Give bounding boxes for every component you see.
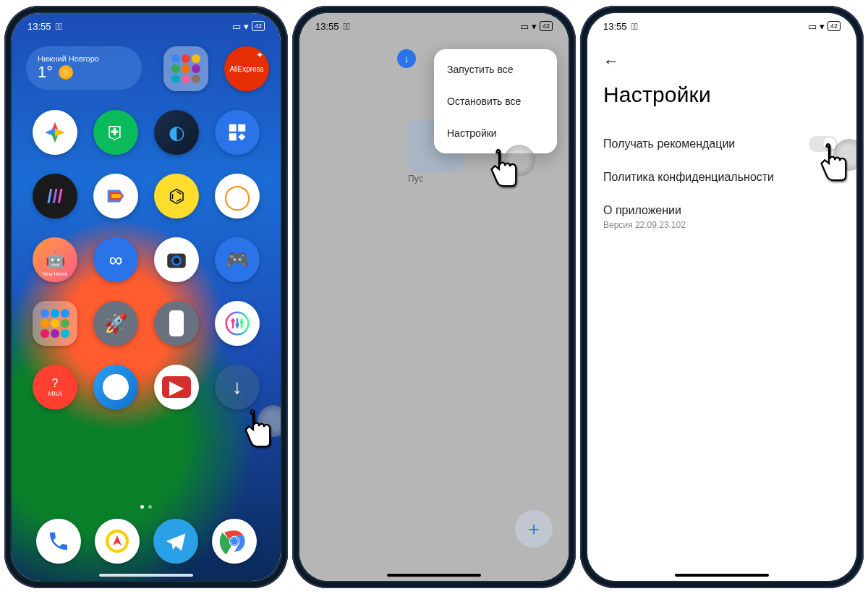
app-video[interactable]: ▶ — [154, 365, 199, 410]
row-label: Политика конфиденциальности — [603, 171, 774, 183]
row-label: Получать рекомендации — [603, 137, 735, 150]
app-security[interactable]: ⛨ — [93, 110, 138, 155]
home-indicator[interactable] — [387, 574, 481, 577]
app-grid: ⛨ ◐ /// ⌬ ◯ 🤖 New Home ∞ 🎮 — [29, 110, 263, 410]
page-indicator — [12, 505, 281, 509]
svg-point-12 — [235, 323, 239, 326]
row-about[interactable]: О приложении Версия 22.09.23.102 — [603, 194, 841, 240]
sim-icon: ▭ — [232, 21, 241, 32]
settings-list: Получать рекомендации Политика конфиденц… — [603, 127, 841, 240]
status-time: 13:55 — [315, 21, 339, 32]
app-miui[interactable]: ? MIUI — [33, 365, 77, 410]
app-openvpn[interactable]: ◯ — [215, 174, 260, 218]
status-bar: 13:55 ✕⃠ ▭ ▾ 42 — [587, 13, 856, 36]
app-folder-google[interactable] — [163, 46, 208, 91]
add-button[interactable]: + — [515, 510, 553, 548]
battery-icon: 42 — [252, 21, 265, 31]
wifi-icon: ▾ — [820, 21, 825, 32]
svg-point-19 — [231, 538, 237, 544]
app-aliexpress[interactable]: ✦ AliExpress — [224, 46, 269, 91]
app-equalizer[interactable] — [215, 301, 260, 346]
dnd-icon: ✕⃠ — [344, 21, 351, 32]
download-badge-icon[interactable]: ↓ — [397, 49, 416, 68]
app-telegram[interactable] — [153, 519, 198, 564]
back-button[interactable]: ← — [603, 52, 619, 71]
status-time: 13:55 — [27, 21, 51, 32]
svg-point-11 — [231, 319, 235, 323]
app-phone-case[interactable] — [154, 301, 199, 346]
app-browser-1[interactable]: ◐ — [154, 110, 199, 155]
svg-rect-1 — [238, 124, 245, 132]
svg-rect-0 — [229, 124, 237, 132]
app-wallet[interactable] — [93, 174, 138, 218]
row-recommendations[interactable]: Получать рекомендации — [603, 127, 841, 161]
app-photos[interactable] — [33, 110, 77, 155]
sim-icon: ▭ — [520, 21, 529, 32]
sim-icon: ▭ — [808, 21, 817, 32]
sun-icon — [59, 65, 73, 80]
row-privacy[interactable]: Политика конфиденциальности — [603, 161, 841, 194]
battery-icon: 42 — [540, 21, 553, 31]
app-gamepad[interactable]: 🎮 — [215, 237, 260, 282]
app-browser-2[interactable] — [93, 365, 138, 410]
app-camera[interactable] — [154, 237, 199, 282]
status-bar: 13:55 ✕⃠ ▭ ▾ 42 — [299, 13, 569, 36]
app-label: AliExpress — [229, 65, 263, 73]
menu-settings[interactable]: Настройки — [434, 117, 557, 149]
app-folder-tools[interactable] — [33, 301, 77, 346]
weather-city: Нижний Новгоро — [38, 54, 130, 63]
status-time: 13:55 — [603, 21, 627, 32]
wifi-icon: ▾ — [244, 21, 249, 32]
dock — [29, 519, 263, 564]
dnd-icon: ✕⃠ — [56, 21, 63, 32]
weather-temp: 1° — [38, 63, 53, 82]
dnd-icon: ✕⃠ — [631, 21, 639, 32]
phone-3-settings: 13:55 ✕⃠ ▭ ▾ 42 ← Настройки Получать рек… — [580, 6, 864, 588]
app-downloads[interactable]: ↓ — [215, 365, 260, 410]
page-title: Настройки — [603, 82, 711, 107]
svg-point-6 — [174, 258, 180, 264]
app-phone-dialer[interactable] — [36, 519, 81, 564]
app-copilot[interactable]: /// — [33, 174, 77, 218]
status-bar: 13:55 ✕⃠ ▭ ▾ 42 — [12, 13, 281, 36]
home-indicator[interactable] — [99, 574, 193, 577]
version-label: Версия 22.09.23.102 — [603, 220, 841, 230]
app-tinkoff[interactable]: ⌬ — [154, 174, 199, 218]
context-menu: Запустить все Остановить все Настройки — [434, 49, 557, 153]
home-indicator[interactable] — [675, 574, 769, 577]
wifi-icon: ▾ — [532, 21, 537, 32]
phone-2-downloads: 13:55 ✕⃠ ▭ ▾ 42 ↓ Пус Запустить все Оста… — [292, 6, 576, 588]
row-label: О приложении — [603, 204, 681, 216]
app-infinity[interactable]: ∞ — [93, 237, 138, 282]
recommendations-toggle[interactable] — [809, 136, 838, 152]
svg-marker-3 — [238, 133, 245, 140]
app-yandex-music[interactable] — [95, 519, 140, 564]
app-newhome[interactable]: 🤖 New Home — [33, 237, 77, 282]
phone-1-home: 13:55 ✕⃠ ▭ ▾ 42 Нижний Новгоро 1° — [4, 6, 288, 588]
menu-stop-all[interactable]: Остановить все — [434, 85, 557, 117]
app-tiles[interactable] — [215, 110, 260, 155]
star-icon: ✦ — [256, 51, 263, 60]
weather-widget[interactable]: Нижний Новгоро 1° — [26, 46, 142, 90]
app-rocket[interactable]: 🚀 — [93, 301, 138, 346]
svg-point-13 — [239, 321, 243, 324]
menu-start-all[interactable]: Запустить все — [434, 54, 557, 85]
svg-rect-2 — [229, 133, 237, 140]
battery-icon: 42 — [827, 21, 841, 31]
folder-label: Пус — [408, 174, 423, 184]
app-chrome[interactable] — [212, 519, 257, 564]
